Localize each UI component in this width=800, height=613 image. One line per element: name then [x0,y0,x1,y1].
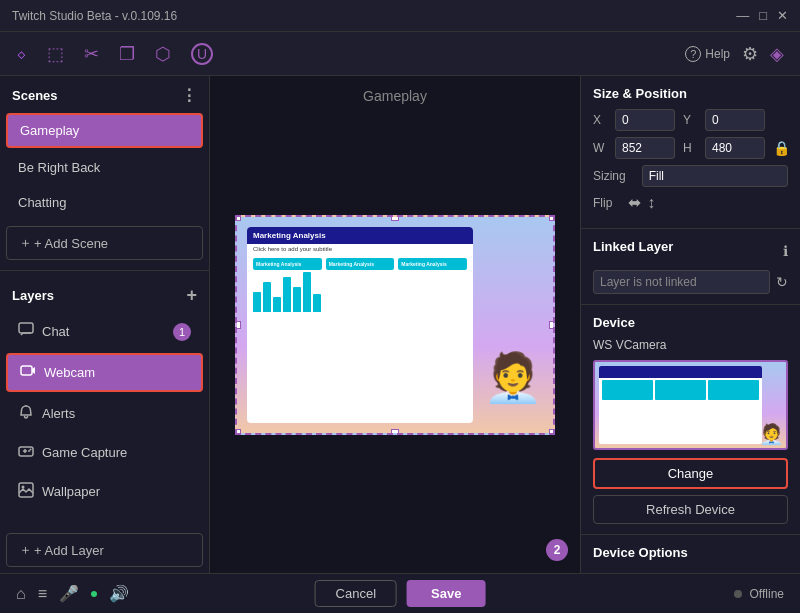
y-input[interactable] [705,109,765,131]
size-position-section: Size & Position X Y W H 🔒 Sizing Fill Fi… [581,76,800,229]
add-layer-label: + Add Layer [34,543,104,558]
resize-handle-mr[interactable] [549,321,555,329]
resize-handle-tm[interactable] [391,215,399,221]
add-layer-button[interactable]: ＋ + Add Layer [6,533,203,567]
resize-handle-bl[interactable] [235,429,241,435]
bottom-bar: ⌂ ≡ 🎤 🔊 Cancel Save Offline [0,573,800,613]
resize-handle-tr[interactable] [549,215,555,221]
resize-handle-br[interactable] [549,429,555,435]
help-label: Help [705,47,730,61]
slide-chart-area [247,274,473,314]
layer-tool-icon[interactable]: U [191,43,213,65]
lock-icon[interactable]: 🔒 [773,140,790,156]
sidebar: Scenes ⋮ Gameplay Be Right Back Chatting… [0,76,210,573]
add-scene-plus-icon: ＋ [19,234,32,252]
chart-bar-7 [313,294,321,312]
linked-layer-info-icon[interactable]: ℹ [783,243,788,259]
minimize-button[interactable]: — [736,8,749,23]
h-input[interactable] [705,137,765,159]
canvas-preview[interactable]: Marketing Analysis Click here to add you… [235,215,555,435]
home-icon[interactable]: ⌂ [16,585,26,603]
device-avatar: 🧑‍💼 [759,422,784,446]
device-preview-thumbnail: 🧑‍💼 [593,360,788,450]
close-button[interactable]: ✕ [777,8,788,23]
resize-handle-tl[interactable] [235,215,241,221]
layer-item-alerts[interactable]: Alerts [6,396,203,431]
device-slide-card-2 [655,380,706,400]
linked-layer-select[interactable]: Layer is not linked [593,270,770,294]
slide-content: Marketing Analysis Click here to add you… [247,227,473,423]
mic-active-indicator [91,591,97,597]
window-controls[interactable]: — □ ✕ [736,8,788,23]
scenes-header: Scenes ⋮ [0,76,209,111]
xy-row: X Y [593,109,788,131]
duplicate-tool-icon[interactable]: ❐ [119,43,135,65]
crop-tool-icon[interactable]: ⬚ [47,43,64,65]
flip-horizontal-icon[interactable]: ⬌ [628,193,641,212]
flip-row: Flip ⬌ ↕ [593,193,788,212]
wh-row: W H 🔒 [593,137,788,159]
h-label: H [683,141,697,155]
scenes-menu-icon[interactable]: ⋮ [181,86,197,105]
device-slide-card-3 [708,380,759,400]
size-position-title: Size & Position [593,86,788,101]
mic-icon[interactable]: 🎤 [59,584,79,603]
select-tool-icon[interactable]: ⬦ [16,43,27,64]
toolbar-tools: ⬦ ⬚ ✂ ❐ ⬡ U [16,43,213,65]
scenes-label: Scenes [12,88,58,103]
flip-vertical-icon[interactable]: ↕ [647,194,655,212]
x-label: X [593,113,607,127]
status-label: Offline [750,587,784,601]
x-input[interactable] [615,109,675,131]
refresh-device-button[interactable]: Refresh Device [593,495,788,524]
add-scene-button[interactable]: ＋ + Add Scene [6,226,203,260]
chart-bar-5 [293,287,301,312]
avatar-character: 🧑‍💼 [483,333,543,423]
settings-bottom-icon[interactable]: ≡ [38,585,47,603]
device-options-title: Device Options [593,545,788,560]
sizing-select[interactable]: Fill Fit Stretch [642,165,788,187]
webcam-layer-label: Webcam [44,365,95,380]
layers-header: Layers + [0,275,209,312]
linked-layer-refresh-icon[interactable]: ↻ [776,274,788,290]
layers-add-icon[interactable]: + [186,285,197,306]
profile-icon[interactable]: ◈ [770,43,784,65]
slide-card-1: Marketing Analysis [253,258,322,270]
slide-subtitle: Click here to add your subtitle [247,244,473,254]
maximize-button[interactable]: □ [759,8,767,23]
slide-header: Marketing Analysis [247,227,473,244]
change-button[interactable]: Change [593,458,788,489]
svg-rect-1 [21,366,32,375]
sizing-row: Sizing Fill Fit Stretch [593,165,788,187]
layer-item-webcam[interactable]: Webcam [6,353,203,392]
webcam-layer-icon [20,363,36,382]
device-title: Device [593,315,788,330]
speaker-icon[interactable]: 🔊 [109,584,129,603]
chat-layer-label: Chat [42,324,69,339]
resize-handle-bm[interactable] [391,429,399,435]
help-button[interactable]: ? Help [685,46,730,62]
flip-tool-icon[interactable]: ⬡ [155,43,171,65]
device-options-section: Device Options [581,535,800,573]
linked-layer-section: Linked Layer ℹ Layer is not linked ↻ [581,229,800,305]
layers-label: Layers [12,288,54,303]
bottom-left-controls: ⌂ ≡ 🎤 🔊 [16,584,129,603]
layer-item-chat[interactable]: Chat 1 [6,314,203,349]
scene-item-be-right-back[interactable]: Be Right Back [6,152,203,183]
w-input[interactable] [615,137,675,159]
device-preview-slide [599,366,762,444]
settings-icon[interactable]: ⚙ [742,43,758,65]
save-button[interactable]: Save [407,580,485,607]
linked-layer-row: Layer is not linked ↻ [593,270,788,294]
layer-item-wallpaper[interactable]: Wallpaper [6,474,203,509]
wallpaper-layer-icon [18,482,34,501]
scene-item-chatting[interactable]: Chatting [6,187,203,218]
resize-handle-ml[interactable] [235,321,241,329]
w-label: W [593,141,607,155]
cut-tool-icon[interactable]: ✂ [84,43,99,65]
scene-item-gameplay[interactable]: Gameplay [6,113,203,148]
layer-item-game-capture[interactable]: Game Capture [6,435,203,470]
canvas-scene-label: Gameplay [363,88,427,104]
slide-cards: Marketing Analysis Marketing Analysis Ma… [247,254,473,274]
cancel-button[interactable]: Cancel [315,580,397,607]
